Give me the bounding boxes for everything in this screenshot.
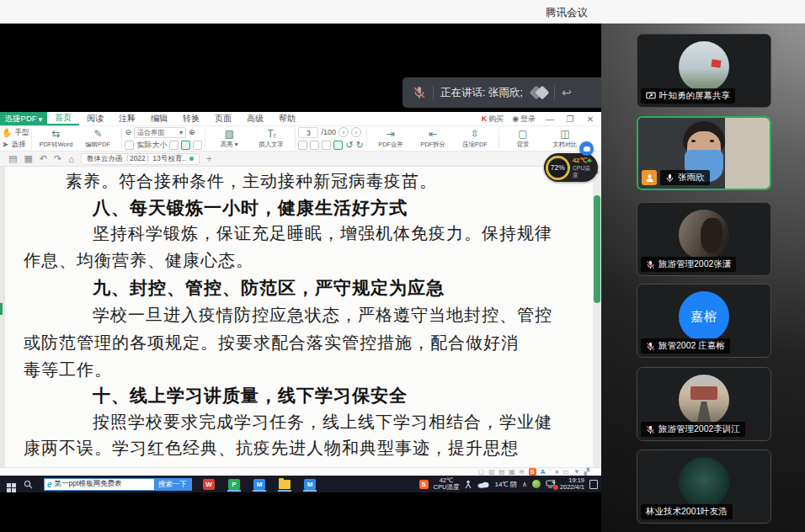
pdf-to-word-button[interactable]: ⇆PDF转Word (35, 129, 77, 149)
highlight-button[interactable]: ▨高亮 ▾ (208, 129, 250, 149)
taskbar-file-explorer[interactable] (276, 476, 293, 492)
insert-text-button[interactable]: Tᵣ插入文字 (250, 129, 292, 149)
action-center-icon[interactable] (589, 480, 598, 489)
taskbar-search-button[interactable] (24, 480, 42, 489)
prev-page-icon[interactable]: ‹ (339, 127, 349, 137)
search-icon (24, 480, 33, 489)
cpu-monitor-widget[interactable]: 72% 42℃♣ CPU温度 (544, 153, 598, 182)
assistant-icon[interactable] (464, 480, 472, 489)
layout-toggle-3[interactable] (322, 141, 331, 150)
document-tab[interactable]: 教体云办函〔2022〕13号校育.. (81, 153, 200, 165)
participant-tile-lixunjiang[interactable]: 旅游管理2002李训江 (637, 367, 771, 441)
buy-icon: K (482, 114, 488, 123)
view-layout-icon[interactable]: ▥ (488, 468, 494, 476)
next-page-icon[interactable]: › (351, 127, 361, 137)
split-pdf-button[interactable]: ⇤PDF拆分 (412, 129, 454, 149)
safety-ball-icon[interactable] (532, 480, 541, 488)
tab-advanced[interactable]: 高级 (239, 112, 271, 125)
sogou-tray-icon[interactable]: S (419, 480, 429, 489)
speaking-indicator-bar: 正在讲话: 张雨欣; ↩ (402, 77, 601, 108)
keyboard-icon[interactable]: ▭ (562, 468, 569, 476)
compress-pdf-button[interactable]: ⇳压缩PDF (454, 129, 496, 149)
voice-input-icon[interactable]: ♦ (555, 468, 558, 476)
page-number-input[interactable]: 3 (298, 127, 318, 138)
participant-tile-yeyouhao[interactable]: 林业技术2001叶友浩 (637, 450, 771, 524)
taskbar-app-wps[interactable]: W (200, 476, 217, 492)
scrollbar-thumb[interactable] (594, 195, 600, 303)
layout-toggle-4[interactable] (333, 141, 343, 150)
zoom-mode-select[interactable]: 适合界面▾ (134, 127, 186, 138)
assistant-bubble-icon[interactable] (579, 141, 594, 156)
select-tool-button[interactable]: ➤选择 (2, 140, 29, 150)
taskbar-app-pdf[interactable]: P (226, 476, 243, 492)
taskbar-app-meeting-1[interactable]: M (251, 476, 268, 492)
network-icon[interactable]: 4 (546, 480, 555, 488)
web-search-input[interactable] (55, 480, 154, 488)
print-icon[interactable]: ▤ (8, 153, 17, 164)
tab-help[interactable]: 帮助 (271, 112, 303, 125)
tray-expand-icon[interactable]: ∧ (522, 481, 527, 488)
muted-mic-icon[interactable] (413, 86, 426, 99)
avatar (679, 41, 729, 92)
weather-cloud-icon[interactable] (477, 481, 489, 488)
participant-name: 叶知勇的屏幕共享 (659, 90, 730, 102)
taskbar-web-search[interactable]: e 搜索一下 (44, 478, 192, 491)
restore-button[interactable]: ❐ (564, 114, 576, 124)
view-layout-icon[interactable]: ▤ (498, 468, 504, 476)
close-button[interactable]: ✕ (584, 114, 596, 124)
double-page-toggle[interactable] (193, 141, 202, 150)
tab-page[interactable]: 页面 (207, 112, 239, 125)
actual-size-icon[interactable] (125, 141, 134, 150)
pen-icon[interactable]: ʼ (549, 468, 551, 476)
pdf-app-button[interactable]: 迅捷PDF▾ (0, 112, 47, 125)
participant-tile-screenshare[interactable]: 叶知勇的屏幕共享 (637, 34, 771, 108)
continuous-page-toggle[interactable] (181, 141, 190, 150)
weather-text[interactable]: 14℃ 阴 (494, 480, 517, 489)
sogou-input-icon[interactable]: S (529, 468, 536, 476)
background-button[interactable]: ▢背景 (502, 129, 544, 149)
undo-icon[interactable]: ↶ (40, 153, 47, 164)
single-page-toggle[interactable] (169, 141, 179, 150)
web-search-button[interactable]: 搜索一下 (154, 478, 191, 491)
tab-convert[interactable]: 转换 (175, 112, 207, 125)
cpu-temp-tray[interactable]: 42℃CPU温度 (434, 477, 460, 491)
tab-edit[interactable]: 编辑 (143, 112, 175, 125)
edit-pdf-button[interactable]: ✎编辑PDF (77, 129, 119, 149)
start-button[interactable] (0, 476, 22, 492)
rotate-right-icon[interactable]: ↻ (356, 140, 364, 151)
rotate-left-icon[interactable]: ↺ (345, 140, 353, 151)
buy-button[interactable]: K购买 (482, 114, 504, 125)
input-mode-icon[interactable]: A (541, 468, 546, 476)
taskbar-app-meeting-2[interactable]: M (301, 476, 318, 492)
tab-read[interactable]: 阅读 (79, 112, 111, 125)
participant-tile-zhangyuxin[interactable]: 张雨欣 (637, 116, 771, 190)
layout-toggle-2[interactable] (310, 141, 319, 150)
text-icon: Tᵣ (267, 129, 275, 139)
zoom-in-icon[interactable]: ⊕ (189, 128, 195, 136)
redo-icon[interactable]: ↷ (54, 153, 61, 164)
merge-pdf-button[interactable]: ⇥PDF合并 (370, 129, 412, 149)
tab-annotate[interactable]: 注释 (111, 112, 143, 125)
pdf-page[interactable]: 素养。符合接种条件，主动接种新冠病毒疫苗。 八、每天锻炼一小时，健康生活好方式 … (5, 167, 593, 467)
hand-tool-button[interactable]: ✋手型 (2, 128, 29, 138)
zoom-out-icon[interactable]: ⊖ (125, 128, 131, 136)
layout-toggle-1[interactable] (298, 141, 307, 150)
participant-tile-zhuangjiarong[interactable]: 嘉榕 旅管2002 庄嘉榕 (637, 284, 771, 358)
clock[interactable]: 19:192022/4/1 (560, 477, 584, 492)
view-layout-icon[interactable]: ▢ (478, 468, 484, 476)
participant-tile-zhangxiao[interactable]: 旅游管理2002张潇 (637, 202, 771, 276)
home-icon[interactable]: ⌂ (68, 154, 74, 164)
toolbox-icon[interactable]: ▼ (573, 468, 580, 476)
tab-home[interactable]: 首页 (47, 112, 79, 125)
return-arrow-icon[interactable]: ↩ (562, 86, 572, 99)
leaf-icon: ♣ (588, 157, 592, 164)
minimize-button[interactable]: — (544, 114, 556, 124)
grid-icon[interactable]: ▞ (584, 468, 589, 476)
participant-name: 张雨欣 (678, 172, 705, 184)
login-button[interactable]: ◉登录 (512, 114, 536, 125)
zoom-out-icon[interactable]: ⊖ (519, 468, 524, 476)
new-tab-button[interactable]: + (206, 153, 212, 165)
vertical-scrollbar[interactable]: ▲ (593, 167, 601, 467)
save-icon[interactable]: ▦ (24, 153, 32, 164)
view-layout-icon[interactable]: ▩ (509, 468, 514, 476)
